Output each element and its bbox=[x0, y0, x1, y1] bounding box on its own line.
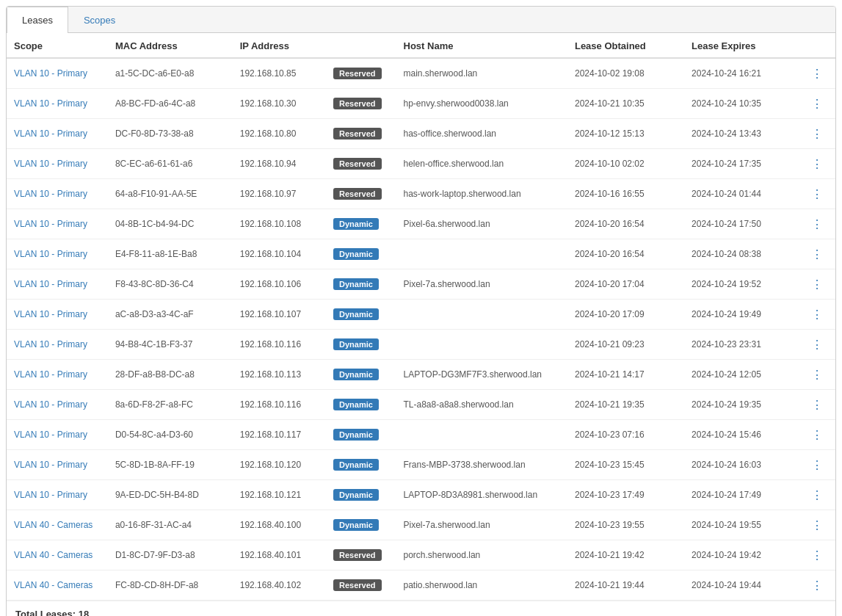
row-menu-button[interactable]: ⋮ bbox=[808, 305, 826, 323]
cell-ip: 192.168.10.108 bbox=[233, 209, 326, 239]
cell-scope: VLAN 10 - Primary bbox=[7, 420, 108, 450]
cell-action[interactable]: ⋮ bbox=[801, 58, 835, 89]
cell-obtained: 2024-10-23 19:55 bbox=[567, 510, 684, 540]
cell-type: Dynamic bbox=[326, 209, 396, 239]
cell-action[interactable]: ⋮ bbox=[801, 540, 835, 570]
cell-scope: VLAN 40 - Cameras bbox=[7, 510, 108, 540]
cell-action[interactable]: ⋮ bbox=[801, 570, 835, 601]
type-badge: Dynamic bbox=[333, 248, 379, 260]
cell-obtained: 2024-10-16 16:55 bbox=[567, 179, 684, 209]
cell-action[interactable]: ⋮ bbox=[801, 119, 835, 149]
type-badge: Dynamic bbox=[333, 459, 379, 471]
cell-obtained: 2024-10-20 17:04 bbox=[567, 269, 684, 300]
cell-ip: 192.168.10.94 bbox=[233, 149, 326, 179]
cell-mac: 8C-EC-a6-61-61-a6 bbox=[108, 149, 233, 179]
cell-obtained: 2024-10-23 07:16 bbox=[567, 420, 684, 450]
cell-type: Dynamic bbox=[326, 390, 396, 420]
row-menu-button[interactable]: ⋮ bbox=[808, 155, 826, 173]
cell-type: Dynamic bbox=[326, 510, 396, 540]
cell-action[interactable]: ⋮ bbox=[801, 149, 835, 179]
cell-ip: 192.168.10.116 bbox=[233, 330, 326, 360]
cell-scope: VLAN 10 - Primary bbox=[7, 179, 108, 209]
cell-expires: 2024-10-24 19:55 bbox=[684, 510, 801, 540]
cell-action[interactable]: ⋮ bbox=[801, 390, 835, 420]
cell-scope: VLAN 10 - Primary bbox=[7, 149, 108, 179]
row-menu-button[interactable]: ⋮ bbox=[808, 125, 826, 142]
cell-scope: VLAN 10 - Primary bbox=[7, 89, 108, 119]
cell-type: Dynamic bbox=[326, 330, 396, 360]
cell-type: Dynamic bbox=[326, 480, 396, 510]
cell-type: Reserved bbox=[326, 89, 396, 119]
cell-action[interactable]: ⋮ bbox=[801, 269, 835, 300]
cell-mac: D1-8C-D7-9F-D3-a8 bbox=[108, 540, 233, 570]
cell-obtained: 2024-10-21 10:35 bbox=[567, 89, 684, 119]
type-badge: Dynamic bbox=[333, 278, 379, 290]
table-row: VLAN 10 - Primary DC-F0-8D-73-38-a8 192.… bbox=[7, 119, 835, 149]
type-badge: Reserved bbox=[333, 579, 382, 591]
type-badge: Dynamic bbox=[333, 338, 379, 350]
cell-action[interactable]: ⋮ bbox=[801, 510, 835, 540]
row-menu-button[interactable]: ⋮ bbox=[808, 366, 826, 383]
table-row: VLAN 10 - Primary F8-43-8C-8D-36-C4 192.… bbox=[7, 269, 835, 300]
col-expires: Lease Expires bbox=[684, 33, 801, 58]
row-menu-button[interactable]: ⋮ bbox=[808, 185, 826, 203]
cell-action[interactable]: ⋮ bbox=[801, 480, 835, 510]
cell-scope: VLAN 10 - Primary bbox=[7, 209, 108, 239]
cell-scope: VLAN 10 - Primary bbox=[7, 330, 108, 360]
cell-action[interactable]: ⋮ bbox=[801, 450, 835, 480]
cell-expires: 2024-10-24 19:49 bbox=[684, 300, 801, 330]
cell-action[interactable]: ⋮ bbox=[801, 330, 835, 360]
row-menu-button[interactable]: ⋮ bbox=[808, 215, 826, 233]
cell-action[interactable]: ⋮ bbox=[801, 179, 835, 209]
cell-action[interactable]: ⋮ bbox=[801, 420, 835, 450]
cell-obtained: 2024-10-21 09:23 bbox=[567, 330, 684, 360]
row-menu-button[interactable]: ⋮ bbox=[808, 336, 826, 353]
row-menu-button[interactable]: ⋮ bbox=[808, 65, 826, 82]
type-badge: Reserved bbox=[333, 98, 382, 109]
table-header-row: Scope MAC Address IP Address Host Name L… bbox=[7, 33, 835, 58]
cell-host: has-work-laptop.sherwood.lan bbox=[396, 179, 567, 209]
cell-ip: 192.168.40.100 bbox=[233, 510, 326, 540]
cell-type: Dynamic bbox=[326, 450, 396, 480]
cell-ip: 192.168.10.121 bbox=[233, 480, 326, 510]
cell-action[interactable]: ⋮ bbox=[801, 89, 835, 119]
cell-mac: 94-B8-4C-1B-F3-37 bbox=[108, 330, 233, 360]
row-menu-button[interactable]: ⋮ bbox=[808, 456, 826, 474]
row-menu-button[interactable]: ⋮ bbox=[808, 275, 826, 293]
cell-scope: VLAN 10 - Primary bbox=[7, 450, 108, 480]
col-obtained: Lease Obtained bbox=[567, 33, 684, 58]
cell-mac: a0-16-8F-31-AC-a4 bbox=[108, 510, 233, 540]
cell-action[interactable]: ⋮ bbox=[801, 209, 835, 239]
row-menu-button[interactable]: ⋮ bbox=[808, 95, 826, 112]
cell-obtained: 2024-10-21 19:44 bbox=[567, 570, 684, 601]
tab-scopes[interactable]: Scopes bbox=[68, 7, 131, 33]
row-menu-button[interactable]: ⋮ bbox=[808, 396, 826, 413]
cell-ip: 192.168.10.116 bbox=[233, 390, 326, 420]
row-menu-button[interactable]: ⋮ bbox=[808, 486, 826, 504]
cell-mac: aC-a8-D3-a3-4C-aF bbox=[108, 300, 233, 330]
tab-leases[interactable]: Leases bbox=[7, 7, 68, 33]
row-menu-button[interactable]: ⋮ bbox=[808, 516, 826, 534]
cell-expires: 2024-10-23 23:31 bbox=[684, 330, 801, 360]
row-menu-button[interactable]: ⋮ bbox=[808, 245, 826, 263]
cell-ip: 192.168.10.117 bbox=[233, 420, 326, 450]
table-row: VLAN 10 - Primary aC-a8-D3-a3-4C-aF 192.… bbox=[7, 300, 835, 330]
cell-action[interactable]: ⋮ bbox=[801, 360, 835, 390]
cell-mac: DC-F0-8D-73-38-a8 bbox=[108, 119, 233, 149]
cell-expires: 2024-10-24 15:46 bbox=[684, 420, 801, 450]
cell-obtained: 2024-10-10 02:02 bbox=[567, 149, 684, 179]
cell-action[interactable]: ⋮ bbox=[801, 239, 835, 269]
tab-bar: Leases Scopes bbox=[7, 7, 835, 33]
cell-ip: 192.168.10.120 bbox=[233, 450, 326, 480]
row-menu-button[interactable]: ⋮ bbox=[808, 426, 826, 443]
row-menu-button[interactable]: ⋮ bbox=[808, 546, 826, 564]
cell-host: LAPTOP-DG3MF7F3.sherwood.lan bbox=[396, 360, 567, 390]
cell-host: main.sherwood.lan bbox=[396, 58, 567, 89]
row-menu-button[interactable]: ⋮ bbox=[808, 576, 826, 594]
cell-action[interactable]: ⋮ bbox=[801, 300, 835, 330]
cell-ip: 192.168.10.80 bbox=[233, 119, 326, 149]
cell-expires: 2024-10-24 10:35 bbox=[684, 89, 801, 119]
cell-obtained: 2024-10-20 16:54 bbox=[567, 209, 684, 239]
cell-host: hp-envy.sherwood0038.lan bbox=[396, 89, 567, 119]
cell-expires: 2024-10-24 16:21 bbox=[684, 58, 801, 89]
